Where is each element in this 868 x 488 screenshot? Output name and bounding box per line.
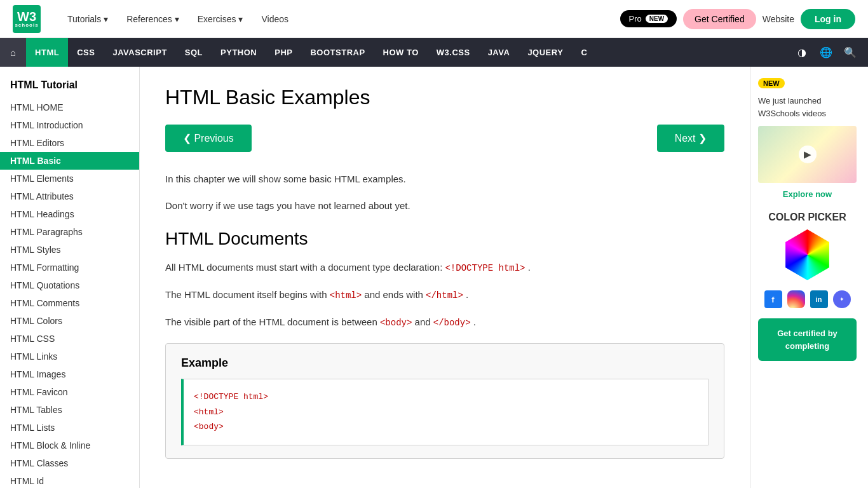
sidebar-item-colors[interactable]: HTML Colors (0, 312, 139, 330)
globe-icon[interactable]: 🌐 (815, 41, 837, 64)
technav-c[interactable]: C (572, 38, 596, 67)
technav-bootstrap[interactable]: BOOTSTRAP (301, 38, 374, 67)
technav-java[interactable]: JAVA (479, 38, 519, 67)
html-open-code: <html> (330, 290, 362, 301)
linkedin-icon[interactable]: in (810, 290, 828, 308)
videos-link[interactable]: Videos (254, 9, 296, 29)
page-title: HTML Basic Examples (165, 86, 724, 109)
body-close-code: </body> (433, 318, 471, 328)
contrast-icon[interactable]: ◑ (790, 41, 813, 64)
video-thumbnail[interactable]: ▶ (758, 126, 857, 183)
technav-javascript[interactable]: JAVASCRIPT (104, 38, 175, 67)
main-layout: HTML Tutorial HTML HOME HTML Introductio… (0, 67, 868, 488)
intro-para2: Don't worry if we use tags you have not … (165, 198, 724, 214)
logo-schools-text: schools (15, 23, 38, 28)
technav-sql[interactable]: SQL (176, 38, 212, 67)
html-close-code: </html> (426, 290, 463, 301)
sidebar-item-links[interactable]: HTML Links (0, 348, 139, 365)
new-badge: NEW (646, 15, 668, 23)
prev-button[interactable]: ❮ Previous (165, 125, 252, 152)
intro-para1: In this chapter we will show some basic … (165, 171, 724, 187)
technav-howto[interactable]: HOW TO (374, 38, 428, 67)
code-line3: <body> (194, 419, 698, 434)
new-badge-right: NEW (758, 78, 785, 88)
certify-box[interactable]: Get certified by completing (758, 318, 857, 361)
get-certified-button[interactable]: Get Certified (683, 9, 756, 29)
sidebar-item-lists[interactable]: HTML Lists (0, 419, 139, 437)
code-line2: <html> (194, 405, 698, 419)
explore-link[interactable]: Explore now (758, 189, 857, 199)
website-link[interactable]: Website (763, 14, 794, 24)
technav-html[interactable]: HTML (26, 38, 68, 67)
social-icons: f in ✦ (758, 290, 857, 308)
tech-nav: ⌂ HTML CSS JAVASCRIPT SQL PYTHON PHP BOO… (0, 38, 868, 67)
sidebar-item-classes[interactable]: HTML Classes (0, 454, 139, 472)
sidebar-item-basic[interactable]: HTML Basic (0, 152, 139, 170)
technav-jquery[interactable]: JQUERY (519, 38, 572, 67)
right-sidebar: NEW We just launched W3Schools videos ▶ … (750, 67, 864, 488)
technav-php[interactable]: PHP (266, 38, 301, 67)
technav-python[interactable]: PYTHON (212, 38, 266, 67)
section-title: HTML Documents (165, 229, 724, 249)
sidebar-item-attributes[interactable]: HTML Attributes (0, 187, 139, 205)
color-picker-title: COLOR PICKER (758, 212, 857, 223)
sidebar-item-quotations[interactable]: HTML Quotations (0, 276, 139, 294)
logo-w3-text: W3 (17, 10, 36, 23)
code-block: <!DOCTYPE html> <html> <body> (181, 379, 709, 445)
main-content: HTML Basic Examples ❮ Previous Next ❯ In… (140, 67, 750, 488)
references-link[interactable]: References ▾ (119, 9, 187, 29)
doc-para1: All HTML documents must start with a doc… (165, 259, 724, 276)
doctype-code: <!DOCTYPE html> (445, 263, 525, 273)
sidebar-item-intro[interactable]: HTML Introduction (0, 116, 139, 134)
thumbnail-inner: ▶ (758, 126, 857, 183)
nav-links: Tutorials ▾ References ▾ Exercises ▾ Vid… (60, 9, 620, 29)
color-wheel-icon[interactable] (782, 229, 833, 280)
facebook-icon[interactable]: f (764, 290, 782, 308)
instagram-icon[interactable] (787, 290, 805, 308)
sidebar-item-images[interactable]: HTML Images (0, 365, 139, 383)
color-picker-section: COLOR PICKER (758, 212, 857, 280)
home-button[interactable]: ⌂ (0, 38, 26, 67)
sidebar-item-editors[interactable]: HTML Editors (0, 134, 139, 152)
sidebar-item-css[interactable]: HTML CSS (0, 330, 139, 348)
nav-buttons: ❮ Previous Next ❯ (165, 125, 724, 152)
play-button-icon: ▶ (799, 146, 817, 163)
tutorials-link[interactable]: Tutorials ▾ (60, 9, 116, 29)
technav-css[interactable]: CSS (68, 38, 104, 67)
sidebar-item-home[interactable]: HTML HOME (0, 98, 139, 116)
sidebar-item-styles[interactable]: HTML Styles (0, 241, 139, 259)
tech-nav-right: ◑ 🌐 🔍 (790, 41, 868, 64)
sidebar-item-elements[interactable]: HTML Elements (0, 170, 139, 187)
example-label: Example (181, 356, 709, 370)
search-icon[interactable]: 🔍 (839, 41, 862, 64)
sidebar-item-id[interactable]: HTML Id (0, 472, 139, 488)
code-line1: <!DOCTYPE html> (194, 390, 698, 404)
sidebar-item-formatting[interactable]: HTML Formatting (0, 259, 139, 276)
pro-button[interactable]: Pro NEW (620, 10, 677, 27)
top-nav: W3 schools Tutorials ▾ References ▾ Exer… (0, 0, 868, 38)
doc-para2: The HTML document itself begins with <ht… (165, 287, 724, 304)
doc-para3: The visible part of the HTML document is… (165, 314, 724, 331)
sidebar-item-favicon[interactable]: HTML Favicon (0, 383, 139, 401)
example-box: Example <!DOCTYPE html> <html> <body> (165, 343, 724, 458)
promo-text: We just launched W3Schools videos (758, 95, 857, 119)
discord-icon[interactable]: ✦ (833, 290, 851, 308)
logo[interactable]: W3 schools (13, 5, 41, 33)
sidebar-item-paragraphs[interactable]: HTML Paragraphs (0, 223, 139, 241)
sidebar-title: HTML Tutorial (0, 73, 139, 98)
nav-right: Pro NEW Get Certified Website Log in (620, 9, 856, 29)
sidebar-item-comments[interactable]: HTML Comments (0, 294, 139, 312)
body-open-code: <body> (380, 318, 412, 328)
next-button[interactable]: Next ❯ (657, 125, 724, 152)
sidebar: HTML Tutorial HTML HOME HTML Introductio… (0, 67, 140, 488)
certify-text: Get certified by completing (777, 329, 837, 351)
login-button[interactable]: Log in (801, 9, 855, 29)
sidebar-item-block-inline[interactable]: HTML Block & Inline (0, 437, 139, 454)
sidebar-item-headings[interactable]: HTML Headings (0, 205, 139, 223)
sidebar-item-tables[interactable]: HTML Tables (0, 401, 139, 419)
exercises-link[interactable]: Exercises ▾ (190, 9, 251, 29)
technav-w3css[interactable]: W3.CSS (428, 38, 479, 67)
